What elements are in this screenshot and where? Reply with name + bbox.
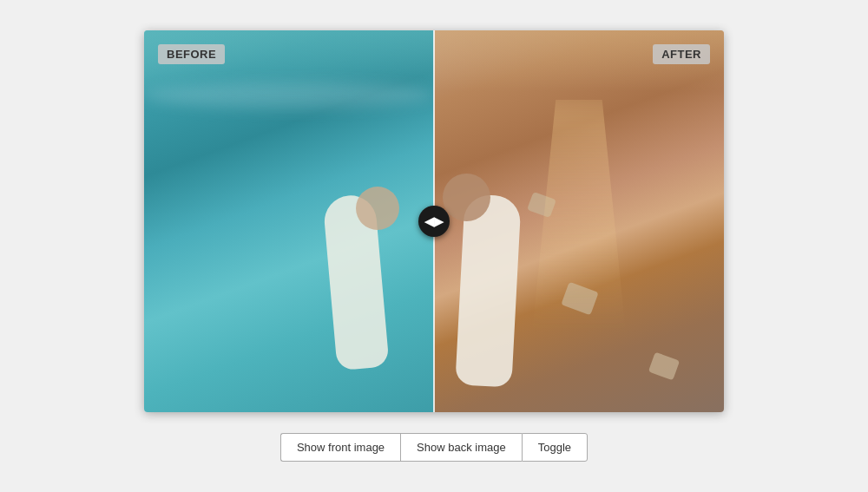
after-image <box>434 30 724 412</box>
before-image <box>144 30 434 412</box>
after-person <box>434 108 608 386</box>
slider-handle[interactable]: ◀▶ <box>418 206 450 237</box>
after-label: AFTER <box>653 44 710 64</box>
before-label: BEFORE <box>158 44 225 64</box>
floating-object <box>561 282 598 316</box>
action-buttons: Show front image Show back image Toggle <box>280 433 588 462</box>
handle-arrows-icon: ◀▶ <box>424 214 444 228</box>
toggle-button[interactable]: Toggle <box>522 433 588 462</box>
show-front-button[interactable]: Show front image <box>280 433 400 462</box>
floating-object <box>648 352 680 381</box>
before-person <box>260 126 417 369</box>
comparison-slider[interactable]: ◀▶ BEFORE AFTER <box>144 30 724 412</box>
show-back-button[interactable]: Show back image <box>400 433 522 462</box>
